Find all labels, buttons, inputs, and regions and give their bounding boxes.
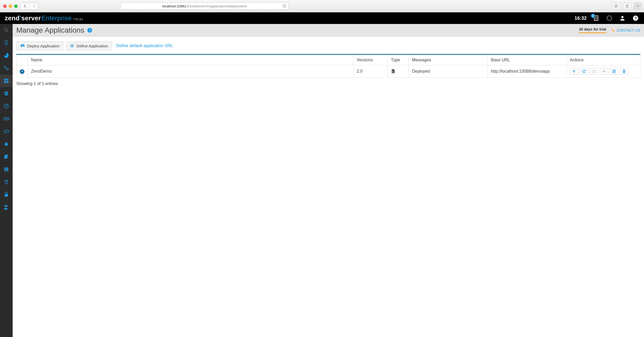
gear-icon: [70, 44, 74, 48]
action-health-icon[interactable]: [600, 68, 608, 75]
table-header-row: Name Versions Type Messages Base URL Act…: [17, 55, 640, 65]
content-area: Deploy Application Define Application De…: [13, 37, 644, 91]
sidebar-lock-icon[interactable]: [0, 188, 13, 201]
contact-us-label: CONTACT US: [617, 28, 640, 32]
activity-icon[interactable]: [606, 14, 613, 22]
sidebar-monitor-icon[interactable]: [0, 112, 13, 125]
svg-point-28: [5, 205, 7, 207]
col-baseurl[interactable]: Base URL: [488, 55, 567, 65]
svg-point-20: [6, 106, 7, 107]
sidebar-database-icon[interactable]: [0, 87, 13, 100]
col-name[interactable]: Name: [28, 55, 354, 65]
svg-text:?: ?: [634, 16, 637, 20]
col-type[interactable]: Type: [388, 55, 409, 65]
sidebar-ideas-icon[interactable]: [0, 37, 13, 49]
deploy-application-button[interactable]: Deploy Application: [16, 41, 63, 50]
svg-rect-13: [7, 79, 8, 81]
svg-rect-14: [4, 81, 6, 83]
svg-point-22: [7, 117, 9, 120]
sidebar-code-icon[interactable]: [0, 125, 13, 138]
sidebar-dashboard-icon[interactable]: [0, 100, 13, 112]
cell-version: 2.0: [354, 65, 388, 78]
applications-table: Name Versions Type Messages Base URL Act…: [16, 54, 640, 78]
phone-icon: [611, 28, 615, 32]
sidebar-settings-icon[interactable]: [0, 62, 13, 75]
sidebar-globe-icon[interactable]: [0, 163, 13, 176]
action-update-icon[interactable]: [570, 68, 578, 75]
page-title: Manage Applications: [16, 26, 84, 34]
url-text: localhost:10081/ZendServer/#!/applicatio…: [162, 4, 246, 8]
col-actions: Actions: [567, 55, 640, 65]
chrome-right-controls: +: [612, 2, 641, 10]
sidebar-plugin-icon[interactable]: [0, 176, 13, 188]
sidebar: [0, 24, 13, 337]
svg-rect-27: [5, 194, 8, 197]
svg-point-21: [3, 117, 6, 120]
row-actions: [570, 68, 637, 75]
svg-rect-17: [4, 93, 8, 94]
action-delete-icon[interactable]: [620, 68, 628, 75]
toolbar: Deploy Application Define Application De…: [16, 41, 640, 50]
table-row[interactable]: ✓ ZendDemo 2.0 Deployed http://localhost…: [17, 65, 640, 78]
notification-badge: 2: [591, 14, 595, 18]
define-label: Define Application: [76, 44, 108, 48]
forward-button[interactable]: [29, 3, 38, 9]
sidebar-layers-icon[interactable]: [0, 150, 13, 163]
back-button[interactable]: [21, 3, 29, 9]
clock: 16:32: [575, 16, 587, 21]
zoom-window-button[interactable]: [14, 4, 18, 8]
col-versions[interactable]: Versions: [354, 55, 388, 65]
brand-logo: zend'server Enterprise TRIAL: [5, 14, 84, 22]
app-topbar: zend'server Enterprise TRIAL 16:32 2 ?: [0, 12, 644, 24]
new-tab-button[interactable]: +: [634, 2, 641, 10]
svg-point-9: [5, 67, 6, 68]
cell-baseurl: http://localhost:10088/demoapp: [488, 65, 567, 78]
minimize-window-button[interactable]: [9, 4, 12, 8]
downloads-icon[interactable]: [612, 3, 620, 9]
col-messages[interactable]: Messages: [409, 55, 488, 65]
url-bar[interactable]: localhost:10081/ZendServer/#!/applicatio…: [120, 2, 289, 10]
default-url-link[interactable]: Define default application URL: [116, 43, 173, 48]
browser-chrome: localhost:10081/ZendServer/#!/applicatio…: [0, 0, 644, 12]
svg-rect-25: [4, 155, 7, 159]
svg-rect-15: [7, 81, 8, 83]
sidebar-search-icon[interactable]: [0, 24, 13, 37]
svg-point-29: [71, 45, 73, 47]
svg-rect-12: [4, 79, 6, 81]
sidebar-user-icon[interactable]: [0, 201, 13, 214]
trial-badge: 30 days for trial: [579, 27, 606, 33]
cell-message: Deployed: [409, 65, 488, 78]
action-edit-icon[interactable]: [610, 68, 618, 75]
sidebar-analytics-icon[interactable]: [0, 49, 13, 62]
entries-summary: Showing 1 of 1 entries: [16, 81, 640, 86]
svg-point-11: [7, 69, 8, 70]
page-header: Manage Applications i 30 days for trial …: [13, 24, 644, 37]
svg-point-7: [4, 28, 7, 31]
sidebar-apps-icon[interactable]: [0, 75, 13, 87]
svg-rect-16: [4, 92, 8, 93]
action-rollback-icon[interactable]: [590, 68, 598, 75]
define-application-button[interactable]: Define Application: [66, 41, 112, 50]
sidebar-debug-icon[interactable]: [0, 138, 13, 150]
svg-rect-18: [4, 95, 8, 96]
share-icon[interactable]: [623, 3, 631, 9]
svg-point-3: [607, 16, 612, 21]
cloud-upload-icon: [20, 44, 25, 48]
svg-point-4: [621, 16, 623, 18]
notifications-icon[interactable]: 2: [592, 14, 600, 22]
cell-name: ZendDemo: [28, 65, 354, 78]
window-controls: [3, 4, 18, 8]
status-ok-icon: ✓: [20, 69, 24, 74]
info-icon[interactable]: i: [87, 28, 92, 33]
contact-us-link[interactable]: CONTACT US: [611, 28, 640, 32]
nav-buttons: [20, 2, 39, 10]
close-window-button[interactable]: [3, 4, 7, 8]
user-icon[interactable]: [619, 14, 626, 22]
type-package-icon: [391, 69, 405, 74]
help-icon[interactable]: ?: [632, 14, 639, 22]
action-redeploy-icon[interactable]: [580, 68, 588, 75]
reload-icon[interactable]: [283, 4, 286, 8]
deploy-label: Deploy Application: [27, 44, 59, 48]
